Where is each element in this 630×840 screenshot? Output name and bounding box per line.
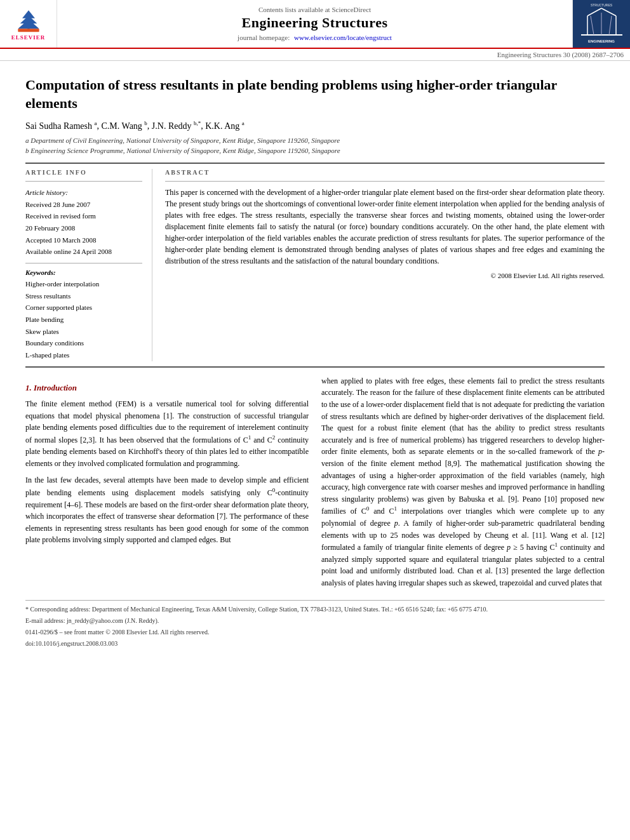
sciencedirect-link: Contents lists available at ScienceDirec…	[258, 6, 371, 13]
intro-paragraph-1: The finite element method (FEM) is a ver…	[25, 398, 309, 470]
author2-sup: b	[144, 120, 147, 126]
svg-rect-5	[18, 29, 39, 32]
divider-article-info	[25, 181, 142, 182]
body-section: 1. Introduction The finite element metho…	[25, 375, 605, 594]
divider-1	[25, 163, 605, 164]
affiliation-b: b Engineering Science Programme, Nationa…	[25, 145, 605, 156]
elsevier-logo: ELSEVIER	[11, 8, 46, 41]
divider-abstract	[165, 181, 605, 182]
paper-content: Computation of stress resultants in plat…	[0, 61, 630, 663]
keyword-3: Corner supported plates	[25, 302, 142, 314]
accepted-date: Accepted 10 March 2008	[25, 234, 142, 246]
abstract-column: ABSTRACT This paper is concerned with th…	[165, 169, 605, 361]
journal-homepage-label: journal homepage: www.elsevier.com/locat…	[238, 34, 392, 41]
article-citation: Engineering Structures 30 (2008) 2687–27…	[497, 51, 624, 58]
affiliation-a: a Department of Civil Engineering, Natio…	[25, 135, 605, 146]
article-history: Article history: Received 28 June 2007 R…	[25, 187, 142, 258]
keyword-2: Stress resultants	[25, 290, 142, 302]
intro-col2-paragraph-1: when applied to plates with free edges, …	[321, 375, 605, 589]
paper-title: Computation of stress resultants in plat…	[25, 76, 605, 112]
engineering-structures-logo-icon: ENGINEERING STRUCTURES	[578, 3, 626, 44]
author1-sup: a	[95, 120, 97, 126]
corresponding-note: * Corresponding address: Department of M…	[25, 604, 605, 615]
journal-title: Engineering Structures	[242, 15, 388, 31]
elsevier-tree-icon	[13, 8, 44, 33]
received-revised-date: 20 February 2008	[25, 222, 142, 234]
keyword-1: Higher-order interpolation	[25, 278, 142, 290]
es-logo-area: ENGINEERING STRUCTURES	[573, 0, 630, 48]
abstract-text: This paper is concerned with the develop…	[165, 187, 605, 267]
received-revised-label: Received in revised form	[25, 210, 142, 222]
received-date: Received 28 June 2007	[25, 199, 142, 211]
elsevier-brand-text: ELSEVIER	[11, 34, 46, 41]
authors-line: Sai Sudha Ramesh a, C.M. Wang b, J.N. Re…	[25, 120, 605, 131]
article-info-label: ARTICLE INFO	[25, 169, 142, 176]
keyword-4: Plate bending	[25, 314, 142, 326]
body-col-left: 1. Introduction The finite element metho…	[25, 375, 309, 594]
svg-text:STRUCTURES: STRUCTURES	[590, 3, 612, 7]
divider-2	[25, 366, 605, 368]
issn-note: 0141-0296/$ – see front matter © 2008 El…	[25, 627, 605, 637]
homepage-url: www.elsevier.com/locate/engstruct	[294, 34, 392, 41]
available-date: Available online 24 April 2008	[25, 246, 142, 258]
abstract-copyright: © 2008 Elsevier Ltd. All rights reserved…	[165, 272, 605, 279]
doi-note: doi:10.1016/j.engstruct.2008.03.003	[25, 639, 605, 649]
author4-sup: a	[242, 120, 245, 126]
intro-heading: 1. Introduction	[25, 382, 309, 394]
divider-keywords	[25, 263, 142, 263]
abstract-label: ABSTRACT	[165, 169, 605, 176]
keyword-6: Boundary conditions	[25, 337, 142, 349]
journal-header: ELSEVIER Contents lists available at Sci…	[0, 0, 630, 49]
author3-sup: b,*	[194, 120, 201, 126]
article-info-column: ARTICLE INFO Article history: Received 2…	[25, 169, 152, 361]
elsevier-logo-area: ELSEVIER	[0, 0, 57, 48]
keyword-5: Skew plates	[25, 326, 142, 338]
journal-name-area: Contents lists available at ScienceDirec…	[57, 0, 573, 48]
article-info-abstract-section: ARTICLE INFO Article history: Received 2…	[25, 169, 605, 361]
history-label: Article history:	[25, 187, 142, 199]
email-note: E-mail address: jn_reddy@yahoo.com (J.N.…	[25, 616, 605, 626]
keyword-7: L-shaped plates	[25, 349, 142, 361]
keywords-label: Keywords:	[25, 269, 142, 276]
intro-paragraph-2: In the last few decades, several attempt…	[25, 474, 309, 546]
svg-text:ENGINEERING: ENGINEERING	[587, 39, 614, 43]
keywords-section: Keywords: Higher-order interpolation Str…	[25, 269, 142, 361]
article-info-bar: Engineering Structures 30 (2008) 2687–27…	[0, 49, 630, 61]
footer-area: * Corresponding address: Department of M…	[25, 600, 605, 649]
keywords-list: Higher-order interpolation Stress result…	[25, 278, 142, 361]
affiliations: a Department of Civil Engineering, Natio…	[25, 135, 605, 156]
homepage-label-text: journal homepage:	[238, 34, 290, 41]
body-col-right: when applied to plates with free edges, …	[321, 375, 605, 594]
